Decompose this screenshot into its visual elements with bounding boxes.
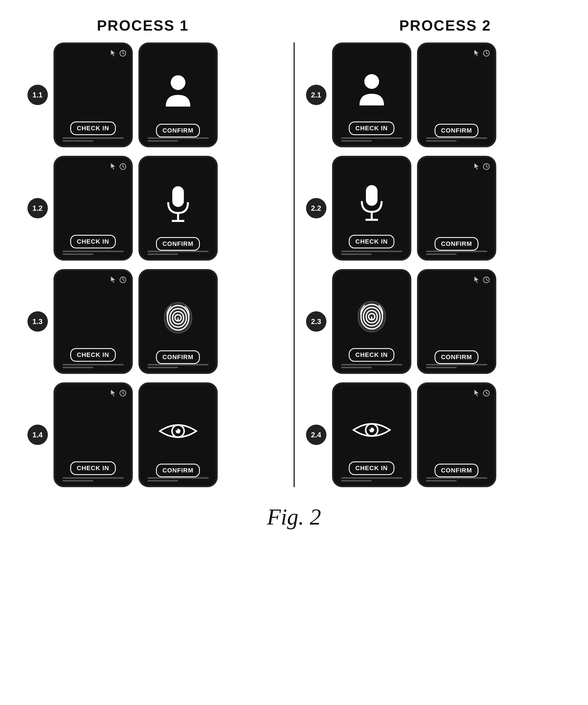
phone-bottom-lines — [60, 364, 127, 368]
page-container: PROCESS 1 PROCESS 2 1.1 CHECK IN CONFIRM… — [0, 0, 588, 705]
confirm-button[interactable]: CONFIRM — [435, 124, 479, 137]
checkin-button[interactable]: CHECK IN — [349, 235, 394, 248]
phones-pair: CHECK IN CONFIRM — [332, 43, 496, 147]
step-badge: 2.3 — [306, 311, 327, 332]
confirm-button[interactable]: CONFIRM — [156, 237, 200, 251]
step-badge: 1.2 — [28, 198, 48, 219]
phones-pair: CHECK IN CONFIRM — [53, 382, 218, 487]
top-labels: PROCESS 1 PROCESS 2 — [11, 17, 577, 34]
phone: CONFIRM — [138, 269, 218, 374]
svg-point-3 — [171, 75, 186, 90]
svg-line-6 — [123, 167, 124, 168]
phone: CHECK IN — [332, 43, 411, 147]
phone-screen — [338, 398, 405, 461]
phone-bottom-lines — [338, 137, 405, 142]
person-icon — [145, 58, 211, 124]
phones-pair: CHECK IN CONFIRM — [332, 382, 496, 487]
phone: CHECK IN — [332, 269, 411, 374]
phones-pair: CHECK IN CONFIRM — [332, 156, 496, 261]
confirm-button[interactable]: CONFIRM — [435, 464, 479, 477]
person-icon — [338, 58, 405, 122]
step-badge: 2.2 — [306, 198, 327, 219]
phone: CONFIRM — [417, 382, 496, 487]
phone: CHECK IN — [53, 43, 133, 147]
phone-screen — [60, 172, 127, 235]
phone-screen — [423, 58, 490, 124]
step-row: 1.1 CHECK IN CONFIRM — [28, 43, 282, 147]
phone: CONFIRM — [138, 382, 218, 487]
checkin-button[interactable]: CHECK IN — [70, 122, 115, 135]
phones-pair: CHECK IN CONFIRM — [53, 156, 218, 261]
step-badge: 1.1 — [28, 85, 48, 105]
phone-bottom-lines — [423, 137, 490, 142]
checkin-button[interactable]: CHECK IN — [70, 235, 115, 248]
phone-screen — [423, 398, 490, 464]
phone-top-icons — [145, 49, 211, 58]
phone-screen — [145, 58, 211, 124]
confirm-button[interactable]: CONFIRM — [435, 350, 479, 364]
step-badge: 2.4 — [306, 425, 327, 445]
phone-screen — [60, 398, 127, 461]
checkin-button[interactable]: CHECK IN — [349, 348, 394, 362]
phone-top-icons — [423, 49, 490, 57]
phones-pair: CHECK IN CONFIRM — [53, 43, 218, 147]
step-row: 1.4 CHECK IN CONFIRM — [28, 382, 282, 487]
phone-top-icons — [145, 162, 211, 172]
phone-screen — [60, 58, 127, 122]
phone-screen — [145, 285, 211, 350]
phone-top-icons — [338, 276, 405, 285]
phone: CONFIRM — [138, 156, 218, 261]
phone-top-icons — [423, 162, 490, 171]
phone-top-icons — [338, 49, 405, 58]
figure-label: Fig. 2 — [267, 504, 321, 530]
svg-line-2 — [123, 53, 124, 54]
svg-line-29 — [486, 167, 488, 168]
svg-point-19 — [176, 429, 177, 430]
phone-screen — [338, 58, 405, 122]
svg-line-33 — [486, 280, 488, 281]
phone-bottom-lines — [145, 364, 211, 368]
confirm-button[interactable]: CONFIRM — [156, 350, 200, 364]
phone: CHECK IN — [332, 156, 411, 261]
svg-line-39 — [486, 393, 488, 394]
process2-column: 2.1 CHECK IN CONFIRM2.2 CHECK IN CONFIRM… — [306, 43, 561, 487]
phone-screen — [423, 285, 490, 350]
eye-icon — [145, 398, 211, 464]
phone-screen — [423, 172, 490, 237]
checkin-button[interactable]: CHECK IN — [349, 122, 394, 135]
svg-rect-24 — [366, 186, 377, 205]
process1-column: 1.1 CHECK IN CONFIRM1.2 CHECK IN CONFIRM… — [28, 43, 282, 487]
confirm-button[interactable]: CONFIRM — [435, 237, 479, 251]
phone-top-icons — [145, 389, 211, 398]
phones-pair: CHECK IN CONFIRM — [53, 269, 218, 374]
step-row: 2.4 CHECK IN CONFIRM — [306, 382, 561, 487]
fingerprint-icon — [338, 285, 405, 348]
process1-label: PROCESS 1 — [15, 17, 271, 34]
svg-rect-7 — [173, 187, 183, 206]
step-row: 2.1 CHECK IN CONFIRM — [306, 43, 561, 147]
phone-top-icons — [145, 276, 211, 285]
phone-top-icons — [60, 276, 127, 284]
phone-top-icons — [60, 162, 127, 171]
step-row: 1.2 CHECK IN CONFIRM — [28, 156, 282, 261]
confirm-button[interactable]: CONFIRM — [156, 124, 200, 137]
phone-bottom-lines — [145, 251, 211, 255]
step-row: 2.3 CHECK IN CONFIRM — [306, 269, 561, 374]
checkin-button[interactable]: CHECK IN — [349, 461, 394, 475]
phone-top-icons — [60, 49, 127, 57]
eye-icon — [338, 398, 405, 461]
main-content: 1.1 CHECK IN CONFIRM1.2 CHECK IN CONFIRM… — [11, 43, 577, 487]
step-badge: 1.3 — [28, 311, 48, 332]
checkin-button[interactable]: CHECK IN — [70, 461, 115, 475]
svg-line-16 — [123, 393, 124, 394]
microphone-icon — [145, 172, 211, 237]
phone-top-icons — [423, 389, 490, 397]
phone: CHECK IN — [53, 156, 133, 261]
phone-bottom-lines — [60, 251, 127, 255]
phone: CONFIRM — [417, 156, 496, 261]
checkin-button[interactable]: CHECK IN — [70, 348, 115, 362]
confirm-button[interactable]: CONFIRM — [156, 464, 200, 477]
phone-bottom-lines — [423, 477, 490, 481]
phone-screen — [145, 172, 211, 237]
phone: CONFIRM — [417, 269, 496, 374]
